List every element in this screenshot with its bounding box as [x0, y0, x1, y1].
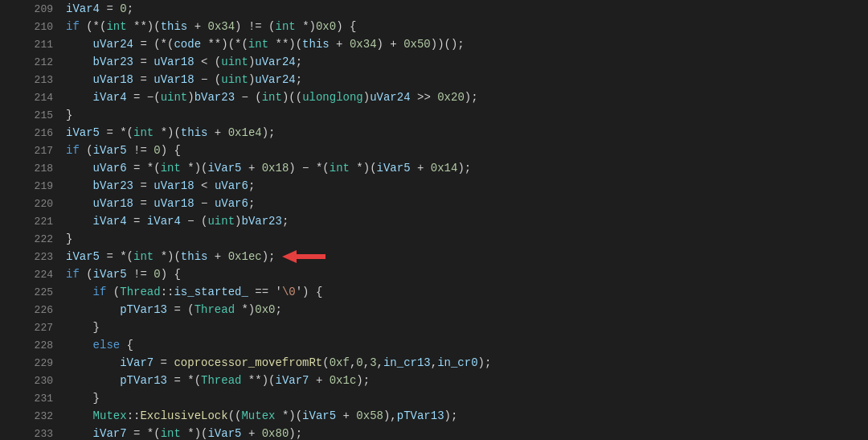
token: } — [66, 321, 100, 334]
token: int — [133, 250, 154, 263]
line-code: iVar5 = *(int *)(this + 0x1e4); — [66, 124, 276, 142]
token: iVar4 — [66, 91, 127, 104]
token: = −( — [127, 91, 161, 104]
token: iVar5 — [93, 144, 127, 157]
token: 0 — [120, 2, 126, 15]
code-line: 232 Mutex::ExclusiveLock((Mutex *)(iVar5… — [0, 407, 868, 425]
token: = — [133, 73, 154, 86]
token: iVar5 — [66, 126, 100, 139]
line-number: 228 — [0, 339, 66, 352]
token: uVar18 — [66, 73, 133, 86]
line-number: 229 — [0, 357, 66, 369]
token: 3 — [370, 356, 376, 369]
token: 0x34 — [207, 20, 235, 33]
token: != — [127, 268, 154, 281]
line-code: } — [66, 106, 72, 124]
line-code: bVar23 = uVar18 < uVar6; — [66, 177, 255, 195]
token: 0 — [154, 144, 160, 157]
code-line: 219 bVar23 = uVar18 < uVar6; — [0, 177, 868, 195]
token: ulonglong — [302, 91, 363, 104]
token: ; — [127, 2, 133, 15]
token: \0 — [282, 286, 296, 298]
token: = — [100, 2, 120, 15]
token: (*( — [80, 20, 107, 33]
token: ; — [296, 73, 302, 86]
line-code: iVar7 = *(int *)(iVar5 + 0x80); — [66, 425, 302, 440]
line-number: 231 — [0, 393, 66, 405]
token: + — [207, 250, 227, 263]
token: ( — [322, 356, 329, 369]
token: code — [174, 38, 201, 51]
token: if — [66, 20, 80, 33]
code-line: 222} — [0, 230, 868, 248]
code-line: 225 if (Thread::is_started_ == '\0') { — [0, 283, 868, 301]
line-code: iVar4 = −(uint)bVar23 − (int)((ulonglong… — [66, 88, 478, 106]
token: 0x50 — [403, 38, 431, 51]
token: ))(); — [431, 38, 465, 51]
token: int — [248, 38, 268, 51]
token: ( — [80, 268, 93, 281]
token: uVar6 — [215, 197, 248, 210]
token: uVar18 — [66, 197, 133, 210]
token: + — [411, 162, 431, 175]
line-number: 214 — [0, 92, 66, 104]
token: iVar5 — [302, 409, 336, 422]
token: ') { — [296, 286, 323, 298]
token: } — [66, 232, 72, 245]
token: == ' — [248, 286, 282, 298]
token: ; — [296, 56, 302, 68]
token: uint — [207, 215, 235, 228]
token: ); — [289, 427, 302, 440]
line-number: 212 — [0, 56, 66, 68]
token: 0x20 — [437, 91, 465, 104]
code-line: 226 pTVar13 = (Thread *)0x0; — [0, 301, 868, 319]
token: uVar24 — [370, 91, 410, 104]
token: ; — [248, 179, 255, 192]
token: bVar23 — [194, 91, 235, 104]
line-code: Mutex::ExclusiveLock((Mutex *)(iVar5 + 0… — [66, 407, 457, 425]
token: + — [241, 162, 261, 175]
line-number: 219 — [0, 180, 66, 192]
token: Mutex — [241, 409, 275, 422]
token: iVar4 — [66, 2, 100, 15]
token: iVar5 — [207, 162, 241, 175]
token: != — [127, 144, 154, 157]
code-container: 209iVar4 = 0;210if (*(int **)(this + 0x3… — [0, 0, 868, 440]
token: pTVar13 — [66, 303, 167, 316]
token: , — [377, 356, 383, 369]
line-number: 211 — [0, 39, 66, 51]
token: **)( — [241, 374, 275, 387]
code-line: 211 uVar24 = (*(code **)(*(int **)(this … — [0, 35, 868, 53]
line-number: 213 — [0, 74, 66, 86]
token: uint — [221, 56, 248, 68]
line-number: 226 — [0, 304, 66, 316]
token: = *( — [100, 126, 133, 139]
line-number: 233 — [0, 428, 66, 440]
token: ( — [106, 286, 120, 298]
token — [66, 409, 93, 422]
line-code: } — [66, 319, 100, 336]
token: *) — [235, 303, 255, 316]
token: else — [93, 339, 121, 352]
token: = — [154, 356, 174, 369]
token: *)( — [181, 162, 208, 175]
token: − ( — [181, 215, 208, 228]
token: if — [66, 144, 80, 157]
code-line: 214 iVar4 = −(uint)bVar23 − (int)((ulong… — [0, 88, 868, 106]
token: )(( — [282, 91, 302, 104]
token: = — [127, 215, 147, 228]
token: int — [262, 91, 282, 104]
token: uVar24 — [66, 38, 133, 51]
red-arrow-indicator — [282, 249, 326, 265]
code-line: 233 iVar7 = *(int *)(iVar5 + 0x80); — [0, 425, 868, 440]
code-line: 223iVar5 = *(int *)(this + 0x1ec); — [0, 248, 868, 265]
line-code: } — [66, 230, 72, 248]
token: = — [133, 56, 154, 68]
token: ) — [363, 91, 370, 104]
token: ; — [282, 215, 289, 228]
token: ExclusiveLock — [140, 409, 227, 422]
token: < ( — [194, 56, 222, 68]
token: ( — [80, 144, 93, 157]
token: iVar4 — [66, 215, 127, 228]
token: + — [336, 409, 356, 422]
